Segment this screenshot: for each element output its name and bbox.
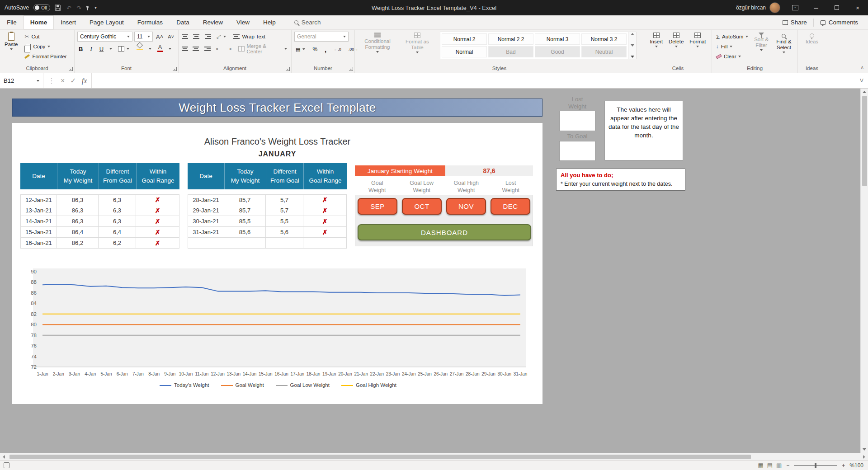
weight-chart[interactable]: 908886848280787674721-Jan2-Jan3-Jan4-Jan… [20, 266, 536, 397]
qat-customize-icon[interactable]: ▾ [94, 5, 97, 10]
header-date[interactable]: Date [20, 163, 57, 189]
align-right-icon[interactable] [203, 47, 211, 51]
avatar[interactable] [769, 2, 780, 13]
comments-button[interactable]: Comments [816, 17, 863, 28]
insert-function-icon[interactable]: fx [82, 77, 87, 85]
font-name-select[interactable]: Century Gothic [77, 32, 132, 42]
align-center-icon[interactable] [193, 47, 200, 51]
share-button[interactable]: Share [778, 17, 811, 28]
nov-button[interactable]: NOV [446, 198, 486, 215]
horizontal-scroll-thumb[interactable] [9, 455, 751, 459]
font-dialog-launcher[interactable] [173, 67, 177, 71]
page-break-view-icon[interactable]: ▥ [776, 462, 782, 469]
zoom-slider[interactable] [794, 465, 837, 466]
align-bottom-icon[interactable] [204, 34, 211, 39]
mouse-mode-icon[interactable] [86, 5, 90, 10]
tab-view[interactable]: View [230, 15, 256, 29]
delete-cells-button[interactable]: Delete [667, 32, 685, 48]
find-select-button[interactable]: Find & Select [773, 32, 795, 54]
save-icon[interactable] [55, 5, 61, 11]
bold-button[interactable]: B [77, 44, 84, 54]
zoom-out-icon[interactable]: − [786, 462, 789, 469]
align-top-icon[interactable] [181, 34, 189, 39]
tab-home[interactable]: Home [24, 15, 54, 29]
increase-decimal-icon[interactable]: ←.0 [332, 44, 343, 54]
sort-filter-button[interactable]: Sort & Filter [751, 32, 771, 52]
increase-font-icon[interactable]: A˄ [155, 32, 165, 42]
style-normal-2[interactable]: Normal 2 [442, 33, 487, 45]
maximize-button[interactable] [826, 0, 847, 15]
style-good[interactable]: Good [535, 46, 580, 57]
header-from-goal[interactable]: DifferentFrom Goal [266, 163, 303, 189]
undo-icon[interactable]: ↶ [66, 5, 71, 11]
starting-weight-value[interactable]: 87,6 [445, 165, 533, 176]
merge-center-button[interactable]: Merge & Center [237, 44, 288, 54]
decrease-indent-icon[interactable]: ⇤ [215, 44, 222, 54]
clipboard-dialog-launcher[interactable] [69, 67, 73, 71]
clear-button[interactable]: Clear [715, 52, 750, 61]
conditional-formatting-button[interactable]: Conditional Formatting [358, 32, 397, 54]
zoom-level[interactable]: %100 [849, 462, 863, 469]
scroll-up-icon[interactable] [863, 91, 866, 93]
goal-high-weight-header[interactable]: Goal HighWeight [444, 178, 489, 194]
paste-dropdown-icon[interactable] [10, 48, 13, 50]
style-bad[interactable]: Bad [488, 46, 533, 57]
collapse-ribbon-icon[interactable]: ˄ [861, 65, 863, 70]
number-format-select[interactable]: General [294, 32, 349, 42]
autosum-button[interactable]: ΣAutoSum [715, 32, 750, 42]
redo-icon[interactable]: ↷ [77, 5, 81, 11]
italic-button[interactable]: I [89, 44, 93, 54]
ribbon-display-options-button[interactable]: ^ [785, 0, 806, 15]
number-dialog-launcher[interactable] [349, 67, 353, 71]
tab-file[interactable]: File [0, 15, 24, 29]
header-my-weight[interactable]: TodayMy Weight [224, 163, 266, 189]
fill-button[interactable]: ↓Fill [715, 42, 750, 52]
tab-data[interactable]: Data [170, 15, 196, 29]
header-my-weight[interactable]: TodayMy Weight [57, 163, 99, 189]
orientation-icon[interactable]: ⤢ [215, 32, 227, 42]
goal-low-weight-header[interactable]: Goal LowWeight [400, 178, 444, 194]
gallery-more-icon[interactable] [631, 56, 634, 58]
tab-help[interactable]: Help [256, 15, 283, 29]
horizontal-scrollbar[interactable] [0, 453, 868, 460]
decrease-font-icon[interactable]: A˅ [166, 32, 175, 42]
page-layout-view-icon[interactable]: ▤ [767, 462, 773, 469]
formula-input[interactable] [92, 73, 855, 88]
align-left-icon[interactable] [181, 47, 189, 51]
name-box-resizer-icon[interactable]: ⋮ [48, 76, 55, 85]
close-button[interactable]: × [847, 0, 868, 15]
dec-button[interactable]: DEC [491, 198, 530, 215]
gallery-down-icon[interactable] [631, 44, 634, 47]
format-painter-button[interactable]: Format Painter [23, 52, 68, 61]
starting-weight-label[interactable]: January Starting Weight [355, 165, 445, 176]
cancel-icon[interactable]: × [61, 77, 65, 85]
search-box[interactable]: Search [294, 19, 321, 26]
header-goal-range[interactable]: WithinGoal Range [136, 163, 179, 189]
style-normal-2-2[interactable]: Normal 2 2 [488, 33, 533, 45]
tab-formulas[interactable]: Formulas [131, 15, 170, 29]
header-from-goal[interactable]: DifferentFrom Goal [99, 163, 136, 189]
zoom-in-icon[interactable]: + [842, 462, 845, 469]
lost-weight-box[interactable] [559, 111, 595, 131]
name-box[interactable]: B12 [0, 73, 43, 88]
scroll-down-icon[interactable] [863, 448, 866, 451]
style-normal-3[interactable]: Normal 3 [535, 33, 580, 45]
borders-button[interactable] [117, 44, 131, 54]
vertical-scrollbar[interactable] [860, 89, 868, 453]
header-date[interactable]: Date [188, 163, 224, 189]
gallery-up-icon[interactable] [631, 33, 634, 35]
insert-cells-button[interactable]: Insert [648, 32, 665, 48]
goal-weight-header[interactable]: GoalWeight [355, 178, 400, 194]
scroll-right-icon[interactable] [860, 455, 868, 459]
font-color-button[interactable]: A [156, 44, 164, 54]
increase-indent-icon[interactable]: ⇥ [226, 44, 233, 54]
sep-button[interactable]: SEP [358, 198, 397, 215]
accounting-format-icon[interactable]: ▤ [294, 44, 307, 54]
lost-weight-header[interactable]: LostWeight [489, 178, 533, 194]
minimize-button[interactable]: ─ [806, 0, 826, 15]
user-name[interactable]: özgür bircan [736, 5, 766, 11]
paste-button[interactable]: Paste [3, 32, 19, 51]
worksheet-canvas[interactable]: Weight Loss Tracker Excel Template Aliso… [0, 89, 868, 453]
tab-page-layout[interactable]: Page Layout [83, 15, 131, 29]
expand-formula-bar-icon[interactable]: ˅ [855, 77, 868, 85]
